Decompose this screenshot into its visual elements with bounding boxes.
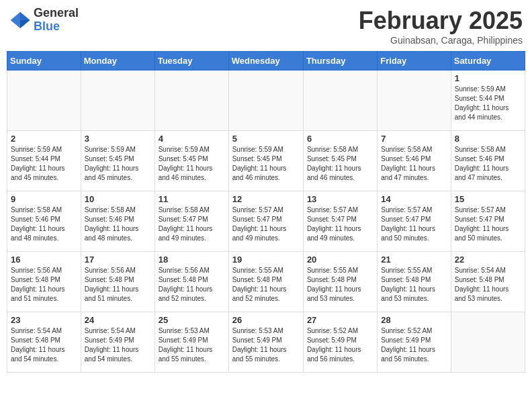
table-row bbox=[451, 312, 525, 373]
day-number: 16 bbox=[11, 255, 77, 265]
table-row: 15Sunrise: 5:57 AM Sunset: 5:47 PM Dayli… bbox=[451, 191, 525, 252]
day-info: Sunrise: 5:57 AM Sunset: 5:47 PM Dayligh… bbox=[307, 205, 373, 243]
day-number: 3 bbox=[85, 134, 151, 144]
day-number: 28 bbox=[381, 315, 447, 325]
table-row: 3Sunrise: 5:59 AM Sunset: 5:45 PM Daylig… bbox=[81, 131, 154, 191]
page-header: General Blue February 2025 Guinabsan, Ca… bbox=[7, 7, 525, 46]
table-row bbox=[81, 71, 154, 131]
day-info: Sunrise: 5:59 AM Sunset: 5:45 PM Dayligh… bbox=[85, 145, 151, 183]
day-number: 27 bbox=[307, 315, 373, 325]
day-info: Sunrise: 5:59 AM Sunset: 5:44 PM Dayligh… bbox=[455, 85, 521, 122]
calendar-week-2: 2Sunrise: 5:59 AM Sunset: 5:44 PM Daylig… bbox=[7, 131, 525, 191]
day-number: 17 bbox=[85, 255, 151, 265]
logo: General Blue bbox=[9, 7, 79, 34]
day-number: 23 bbox=[11, 315, 77, 325]
svg-marker-1 bbox=[20, 12, 30, 20]
calendar-week-5: 23Sunrise: 5:54 AM Sunset: 5:48 PM Dayli… bbox=[7, 312, 525, 373]
day-info: Sunrise: 5:57 AM Sunset: 5:47 PM Dayligh… bbox=[232, 205, 300, 243]
logo-text: General Blue bbox=[34, 7, 79, 34]
table-row: 22Sunrise: 5:54 AM Sunset: 5:48 PM Dayli… bbox=[451, 252, 525, 312]
day-number: 19 bbox=[232, 255, 300, 265]
col-wednesday: Wednesday bbox=[228, 52, 303, 71]
day-info: Sunrise: 5:58 AM Sunset: 5:45 PM Dayligh… bbox=[307, 145, 373, 183]
table-row: 14Sunrise: 5:57 AM Sunset: 5:47 PM Dayli… bbox=[378, 191, 451, 252]
day-number: 22 bbox=[455, 255, 521, 265]
table-row: 9Sunrise: 5:58 AM Sunset: 5:46 PM Daylig… bbox=[7, 191, 81, 252]
day-number: 7 bbox=[381, 134, 447, 144]
table-row: 1Sunrise: 5:59 AM Sunset: 5:44 PM Daylig… bbox=[451, 71, 525, 131]
col-saturday: Saturday bbox=[451, 52, 525, 71]
day-number: 14 bbox=[381, 194, 447, 204]
day-info: Sunrise: 5:53 AM Sunset: 5:49 PM Dayligh… bbox=[159, 326, 225, 364]
day-info: Sunrise: 5:59 AM Sunset: 5:44 PM Dayligh… bbox=[11, 145, 77, 183]
day-number: 18 bbox=[159, 255, 225, 265]
table-row: 26Sunrise: 5:53 AM Sunset: 5:49 PM Dayli… bbox=[228, 312, 303, 373]
day-number: 26 bbox=[232, 315, 300, 325]
day-number: 1 bbox=[455, 73, 521, 83]
table-row: 21Sunrise: 5:55 AM Sunset: 5:48 PM Dayli… bbox=[378, 252, 451, 312]
col-sunday: Sunday bbox=[7, 52, 81, 71]
svg-marker-2 bbox=[20, 20, 30, 28]
table-row: 16Sunrise: 5:56 AM Sunset: 5:48 PM Dayli… bbox=[7, 252, 81, 312]
table-row: 11Sunrise: 5:58 AM Sunset: 5:47 PM Dayli… bbox=[154, 191, 228, 252]
table-row: 4Sunrise: 5:59 AM Sunset: 5:45 PM Daylig… bbox=[154, 131, 228, 191]
col-friday: Friday bbox=[378, 52, 451, 71]
calendar-week-3: 9Sunrise: 5:58 AM Sunset: 5:46 PM Daylig… bbox=[7, 191, 525, 252]
table-row bbox=[228, 71, 303, 131]
table-row: 5Sunrise: 5:59 AM Sunset: 5:45 PM Daylig… bbox=[228, 131, 303, 191]
table-row: 10Sunrise: 5:58 AM Sunset: 5:46 PM Dayli… bbox=[81, 191, 154, 252]
day-info: Sunrise: 5:58 AM Sunset: 5:46 PM Dayligh… bbox=[381, 145, 447, 183]
day-info: Sunrise: 5:52 AM Sunset: 5:49 PM Dayligh… bbox=[307, 326, 373, 364]
table-row: 20Sunrise: 5:55 AM Sunset: 5:48 PM Dayli… bbox=[303, 252, 377, 312]
logo-blue: Blue bbox=[34, 20, 79, 34]
table-row bbox=[303, 71, 377, 131]
day-info: Sunrise: 5:57 AM Sunset: 5:47 PM Dayligh… bbox=[455, 205, 521, 243]
day-info: Sunrise: 5:53 AM Sunset: 5:49 PM Dayligh… bbox=[232, 326, 300, 364]
col-monday: Monday bbox=[81, 52, 154, 71]
table-row: 7Sunrise: 5:58 AM Sunset: 5:46 PM Daylig… bbox=[378, 131, 451, 191]
table-row: 23Sunrise: 5:54 AM Sunset: 5:48 PM Dayli… bbox=[7, 312, 81, 373]
location: Guinabsan, Caraga, Philippines bbox=[359, 35, 523, 46]
day-number: 13 bbox=[307, 194, 373, 204]
table-row bbox=[378, 71, 451, 131]
title-section: February 2025 Guinabsan, Caraga, Philipp… bbox=[359, 7, 523, 46]
day-number: 25 bbox=[159, 315, 225, 325]
table-row: 24Sunrise: 5:54 AM Sunset: 5:49 PM Dayli… bbox=[81, 312, 154, 373]
day-number: 20 bbox=[307, 255, 373, 265]
table-row: 18Sunrise: 5:56 AM Sunset: 5:48 PM Dayli… bbox=[154, 252, 228, 312]
table-row bbox=[7, 71, 81, 131]
table-row: 6Sunrise: 5:58 AM Sunset: 5:45 PM Daylig… bbox=[303, 131, 377, 191]
table-row: 8Sunrise: 5:58 AM Sunset: 5:46 PM Daylig… bbox=[451, 131, 525, 191]
day-number: 2 bbox=[11, 134, 77, 144]
day-info: Sunrise: 5:58 AM Sunset: 5:47 PM Dayligh… bbox=[159, 205, 225, 243]
day-number: 4 bbox=[159, 134, 225, 144]
day-number: 24 bbox=[85, 315, 151, 325]
day-info: Sunrise: 5:52 AM Sunset: 5:49 PM Dayligh… bbox=[381, 326, 447, 364]
table-row: 13Sunrise: 5:57 AM Sunset: 5:47 PM Dayli… bbox=[303, 191, 377, 252]
calendar-header-row: Sunday Monday Tuesday Wednesday Thursday… bbox=[7, 52, 525, 71]
day-info: Sunrise: 5:55 AM Sunset: 5:48 PM Dayligh… bbox=[381, 266, 447, 304]
day-info: Sunrise: 5:56 AM Sunset: 5:48 PM Dayligh… bbox=[85, 266, 151, 304]
day-number: 9 bbox=[11, 194, 77, 204]
day-number: 5 bbox=[232, 134, 300, 144]
day-number: 11 bbox=[159, 194, 225, 204]
day-info: Sunrise: 5:59 AM Sunset: 5:45 PM Dayligh… bbox=[159, 145, 225, 183]
day-info: Sunrise: 5:58 AM Sunset: 5:46 PM Dayligh… bbox=[455, 145, 521, 183]
table-row: 19Sunrise: 5:55 AM Sunset: 5:48 PM Dayli… bbox=[228, 252, 303, 312]
table-row: 17Sunrise: 5:56 AM Sunset: 5:48 PM Dayli… bbox=[81, 252, 154, 312]
table-row: 25Sunrise: 5:53 AM Sunset: 5:49 PM Dayli… bbox=[154, 312, 228, 373]
day-info: Sunrise: 5:56 AM Sunset: 5:48 PM Dayligh… bbox=[159, 266, 225, 304]
day-info: Sunrise: 5:54 AM Sunset: 5:48 PM Dayligh… bbox=[11, 326, 77, 364]
logo-general: General bbox=[34, 7, 79, 20]
day-number: 10 bbox=[85, 194, 151, 204]
day-info: Sunrise: 5:54 AM Sunset: 5:48 PM Dayligh… bbox=[455, 266, 521, 304]
day-info: Sunrise: 5:58 AM Sunset: 5:46 PM Dayligh… bbox=[11, 205, 77, 243]
day-info: Sunrise: 5:55 AM Sunset: 5:48 PM Dayligh… bbox=[232, 266, 300, 304]
day-info: Sunrise: 5:58 AM Sunset: 5:46 PM Dayligh… bbox=[85, 205, 151, 243]
table-row: 27Sunrise: 5:52 AM Sunset: 5:49 PM Dayli… bbox=[303, 312, 377, 373]
day-number: 6 bbox=[307, 134, 373, 144]
col-tuesday: Tuesday bbox=[154, 52, 228, 71]
table-row: 28Sunrise: 5:52 AM Sunset: 5:49 PM Dayli… bbox=[378, 312, 451, 373]
month-title: February 2025 bbox=[359, 7, 523, 35]
calendar-table: Sunday Monday Tuesday Wednesday Thursday… bbox=[7, 51, 525, 373]
